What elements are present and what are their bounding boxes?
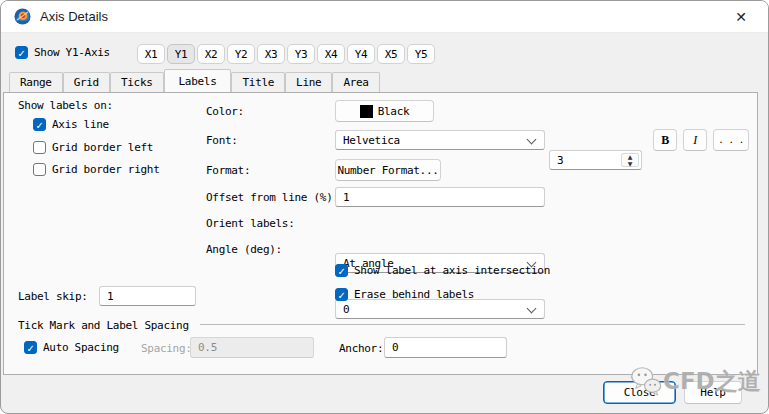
bold-icon: B	[661, 133, 669, 148]
color-label: Color:	[206, 105, 244, 118]
italic-button[interactable]: I	[683, 129, 707, 151]
spacing-label: Spacing:	[141, 342, 192, 355]
erase-label: Erase behind labels	[354, 288, 474, 301]
close-icon: ✕	[735, 9, 747, 25]
erase-behind-labels-checkbox[interactable]: Erase behind labels	[335, 288, 474, 301]
font-more-options-button[interactable]: . . .	[713, 129, 749, 151]
anchor-input[interactable]	[384, 337, 507, 358]
axis-button-y2[interactable]: Y2	[227, 44, 255, 64]
checkbox-box	[15, 46, 28, 59]
grid-border-right-label: Grid border right	[52, 163, 159, 176]
color-picker-button[interactable]: Black	[335, 100, 434, 122]
tab-strip: Range Grid Ticks Labels Title Line Area	[9, 72, 380, 92]
axis-button-x5[interactable]: X5	[377, 44, 405, 64]
tab-ticks[interactable]: Ticks	[110, 72, 164, 92]
title-bar: Axis Details ✕	[1, 1, 768, 33]
window-close-button[interactable]: ✕	[726, 5, 756, 29]
bold-button[interactable]: B	[653, 129, 677, 151]
intersection-label: Show label at axis intersection	[354, 264, 550, 277]
anchor-label: Anchor:	[339, 342, 383, 355]
close-button-label: Close	[624, 386, 656, 399]
tab-grid[interactable]: Grid	[63, 72, 110, 92]
offset-label: Offset from line (%):	[206, 191, 339, 204]
axis-button-x2[interactable]: X2	[197, 44, 225, 64]
window-title: Axis Details	[40, 9, 108, 24]
show-y1-axis-checkbox[interactable]: Show Y1-Axis	[15, 46, 110, 59]
grid-border-left-label: Grid border left	[52, 141, 153, 154]
auto-spacing-label: Auto Spacing	[43, 341, 119, 354]
screenshot: Axis Details ✕ Show Y1-Axis X1 Y1 X2 Y2 …	[0, 0, 769, 414]
offset-from-line-input[interactable]	[335, 187, 545, 207]
tab-range[interactable]: Range	[9, 72, 63, 92]
axis-line-label: Axis line	[52, 118, 109, 131]
tab-title[interactable]: Title	[231, 72, 285, 92]
orient-labels-label: Orient labels:	[206, 217, 295, 230]
ellipsis-icon: . . .	[718, 135, 744, 145]
spacing-input	[190, 337, 314, 358]
chevron-down-icon	[527, 135, 537, 145]
group-divider	[200, 324, 745, 325]
help-button[interactable]: Help	[684, 381, 742, 404]
grid-border-left-checkbox[interactable]: Grid border left	[33, 141, 153, 154]
color-value: Black	[378, 105, 410, 118]
axis-button-y5[interactable]: Y5	[407, 44, 435, 64]
show-labels-on-title: Show labels on:	[18, 99, 113, 112]
show-y1-axis-label: Show Y1-Axis	[34, 46, 110, 59]
auto-spacing-checkbox[interactable]: Auto Spacing	[24, 341, 119, 354]
number-format-button[interactable]: Number Format...	[335, 159, 441, 181]
angle-deg-value: 0	[343, 303, 349, 316]
show-label-at-axis-intersection-checkbox[interactable]: Show label at axis intersection	[335, 264, 550, 277]
spacing-group-title: Tick Mark and Label Spacing	[18, 319, 189, 332]
labels-tab-panel: Show labels on: Axis line Grid border le…	[3, 92, 758, 375]
angle-label: Angle (deg):	[206, 243, 282, 256]
axis-button-x1[interactable]: X1	[137, 44, 165, 64]
axis-button-y4[interactable]: Y4	[347, 44, 375, 64]
format-label: Format:	[206, 164, 250, 177]
font-label: Font:	[206, 134, 238, 147]
font-size-spinner[interactable]: 3 ▲ ▼	[549, 150, 642, 170]
font-family-value: Helvetica	[343, 134, 400, 147]
tab-line[interactable]: Line	[285, 72, 332, 92]
checkbox-box	[24, 341, 37, 354]
italic-icon: I	[693, 133, 697, 148]
spin-up-icon: ▲	[628, 153, 633, 160]
label-skip-label: Label skip:	[18, 290, 88, 303]
font-size-value: 3	[557, 154, 563, 167]
color-swatch	[360, 105, 373, 118]
axis-line-checkbox[interactable]: Axis line	[33, 118, 109, 131]
spin-down-icon: ▼	[628, 160, 633, 167]
grid-border-right-checkbox[interactable]: Grid border right	[33, 163, 159, 176]
checkbox-box	[33, 163, 46, 176]
checkbox-box	[335, 264, 348, 277]
axis-button-x3[interactable]: X3	[257, 44, 285, 64]
tecplot-app-icon	[14, 8, 31, 25]
spinner-arrows[interactable]: ▲ ▼	[621, 153, 639, 167]
axis-selector-group: X1 Y1 X2 Y2 X3 Y3 X4 Y4 X5 Y5	[137, 44, 435, 64]
checkbox-box	[33, 141, 46, 154]
tab-area[interactable]: Area	[332, 72, 379, 92]
tab-labels[interactable]: Labels	[164, 69, 232, 92]
axis-details-dialog: Axis Details ✕ Show Y1-Axis X1 Y1 X2 Y2 …	[0, 0, 769, 414]
axis-button-y3[interactable]: Y3	[287, 44, 315, 64]
close-button[interactable]: Close	[603, 381, 676, 404]
axis-button-x4[interactable]: X4	[317, 44, 345, 64]
chevron-down-icon	[527, 304, 537, 314]
angle-deg-select[interactable]: 0	[335, 299, 545, 319]
label-skip-input[interactable]	[99, 286, 196, 306]
font-family-select[interactable]: Helvetica	[335, 130, 545, 150]
number-format-label: Number Format...	[337, 164, 438, 177]
checkbox-box	[335, 288, 348, 301]
checkbox-box	[33, 118, 46, 131]
help-button-label: Help	[700, 386, 725, 399]
axis-button-y1[interactable]: Y1	[167, 44, 195, 64]
